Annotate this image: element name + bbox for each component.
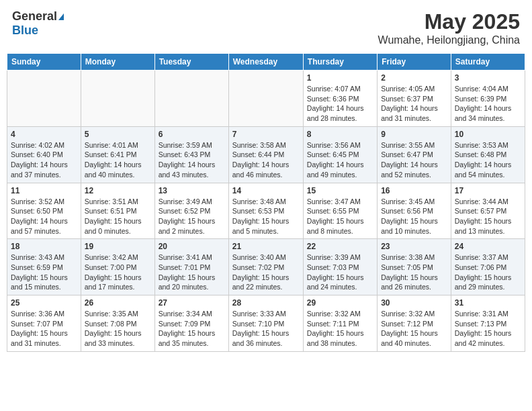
calendar-week-row: 1Sunrise: 4:07 AMSunset: 6:36 PMDaylight… bbox=[7, 71, 525, 127]
day-info: Sunrise: 3:39 AMSunset: 7:03 PMDaylight:… bbox=[307, 253, 373, 292]
day-info: Sunrise: 3:36 AMSunset: 7:07 PMDaylight:… bbox=[11, 309, 77, 349]
calendar-day-cell: 16Sunrise: 3:45 AMSunset: 6:56 PMDayligh… bbox=[378, 183, 451, 239]
day-info: Sunrise: 3:33 AMSunset: 7:10 PMDaylight:… bbox=[232, 309, 300, 349]
day-number: 12 bbox=[85, 186, 151, 195]
calendar-day-cell: 24Sunrise: 3:37 AMSunset: 7:06 PMDayligh… bbox=[451, 239, 525, 295]
calendar-day-cell: 12Sunrise: 3:51 AMSunset: 6:51 PMDayligh… bbox=[81, 183, 154, 239]
calendar-day-cell: 21Sunrise: 3:40 AMSunset: 7:02 PMDayligh… bbox=[228, 239, 303, 295]
day-info: Sunrise: 3:37 AMSunset: 7:06 PMDaylight:… bbox=[455, 253, 521, 292]
day-number: 5 bbox=[85, 130, 151, 139]
day-info: Sunrise: 3:45 AMSunset: 6:56 PMDaylight:… bbox=[381, 197, 447, 236]
day-number: 6 bbox=[159, 130, 225, 139]
calendar-week-row: 11Sunrise: 3:52 AMSunset: 6:50 PMDayligh… bbox=[7, 183, 525, 239]
day-info: Sunrise: 3:38 AMSunset: 7:05 PMDaylight:… bbox=[381, 253, 447, 292]
calendar-day-cell: 6Sunrise: 3:59 AMSunset: 6:43 PMDaylight… bbox=[154, 126, 228, 183]
day-info: Sunrise: 3:44 AMSunset: 6:57 PMDaylight:… bbox=[455, 197, 521, 236]
calendar-day-cell: 1Sunrise: 4:07 AMSunset: 6:36 PMDaylight… bbox=[303, 71, 377, 127]
title-area: May 2025 Wumahe, Heilongjiang, China bbox=[378, 9, 520, 46]
logo: General Blue bbox=[12, 9, 64, 38]
calendar-header-row: Sunday Monday Tuesday Wednesday Thursday… bbox=[7, 54, 525, 71]
day-number: 17 bbox=[455, 186, 521, 195]
col-friday: Friday bbox=[378, 54, 451, 71]
day-info: Sunrise: 3:58 AMSunset: 6:44 PMDaylight:… bbox=[232, 140, 300, 180]
day-number: 20 bbox=[159, 242, 225, 251]
day-number: 1 bbox=[307, 73, 373, 83]
day-info: Sunrise: 4:04 AMSunset: 6:39 PMDaylight:… bbox=[455, 84, 521, 124]
calendar-day-cell: 7Sunrise: 3:58 AMSunset: 6:44 PMDaylight… bbox=[228, 126, 303, 183]
logo-triangle-icon bbox=[58, 13, 64, 20]
day-number: 28 bbox=[232, 298, 300, 308]
calendar-day-cell: 18Sunrise: 3:43 AMSunset: 6:59 PMDayligh… bbox=[7, 239, 81, 295]
calendar-day-cell: 30Sunrise: 3:32 AMSunset: 7:12 PMDayligh… bbox=[378, 295, 451, 352]
calendar-day-cell: 25Sunrise: 3:36 AMSunset: 7:07 PMDayligh… bbox=[7, 295, 81, 352]
calendar-day-cell: 19Sunrise: 3:42 AMSunset: 7:00 PMDayligh… bbox=[81, 239, 154, 295]
day-number: 26 bbox=[85, 298, 151, 308]
calendar-day-cell: 14Sunrise: 3:48 AMSunset: 6:53 PMDayligh… bbox=[228, 183, 303, 239]
day-info: Sunrise: 4:01 AMSunset: 6:41 PMDaylight:… bbox=[85, 140, 151, 180]
day-number: 2 bbox=[381, 73, 447, 83]
day-number: 16 bbox=[381, 186, 447, 195]
day-number: 15 bbox=[307, 186, 373, 195]
day-info: Sunrise: 3:32 AMSunset: 7:11 PMDaylight:… bbox=[307, 309, 373, 349]
day-number: 22 bbox=[307, 242, 373, 251]
calendar-day-cell: 26Sunrise: 3:35 AMSunset: 7:08 PMDayligh… bbox=[81, 295, 154, 352]
day-info: Sunrise: 3:34 AMSunset: 7:09 PMDaylight:… bbox=[159, 309, 225, 349]
day-info: Sunrise: 3:52 AMSunset: 6:50 PMDaylight:… bbox=[11, 197, 77, 236]
col-saturday: Saturday bbox=[451, 54, 525, 71]
day-number: 30 bbox=[381, 298, 447, 308]
calendar-day-cell: 3Sunrise: 4:04 AMSunset: 6:39 PMDaylight… bbox=[451, 71, 525, 127]
col-thursday: Thursday bbox=[303, 54, 377, 71]
day-info: Sunrise: 3:31 AMSunset: 7:13 PMDaylight:… bbox=[455, 309, 521, 349]
calendar-week-row: 18Sunrise: 3:43 AMSunset: 6:59 PMDayligh… bbox=[7, 239, 525, 295]
logo-blue-text: Blue bbox=[12, 24, 38, 38]
calendar-day-cell: 13Sunrise: 3:49 AMSunset: 6:52 PMDayligh… bbox=[154, 183, 228, 239]
calendar-day-cell bbox=[154, 71, 228, 127]
logo-general-text: General bbox=[12, 9, 57, 24]
day-number: 14 bbox=[232, 186, 300, 195]
calendar-day-cell: 31Sunrise: 3:31 AMSunset: 7:13 PMDayligh… bbox=[451, 295, 525, 352]
calendar-day-cell bbox=[7, 71, 81, 127]
day-info: Sunrise: 3:43 AMSunset: 6:59 PMDaylight:… bbox=[11, 253, 77, 292]
col-sunday: Sunday bbox=[7, 54, 81, 71]
day-number: 7 bbox=[232, 130, 300, 139]
calendar-day-cell: 28Sunrise: 3:33 AMSunset: 7:10 PMDayligh… bbox=[228, 295, 303, 352]
day-info: Sunrise: 3:35 AMSunset: 7:08 PMDaylight:… bbox=[85, 309, 151, 349]
day-info: Sunrise: 3:51 AMSunset: 6:51 PMDaylight:… bbox=[85, 197, 151, 236]
calendar-day-cell: 10Sunrise: 3:53 AMSunset: 6:48 PMDayligh… bbox=[451, 126, 525, 183]
calendar-day-cell: 8Sunrise: 3:56 AMSunset: 6:45 PMDaylight… bbox=[303, 126, 377, 183]
calendar-table: Sunday Monday Tuesday Wednesday Thursday… bbox=[7, 53, 525, 352]
calendar-day-cell: 23Sunrise: 3:38 AMSunset: 7:05 PMDayligh… bbox=[378, 239, 451, 295]
day-info: Sunrise: 3:56 AMSunset: 6:45 PMDaylight:… bbox=[307, 140, 373, 180]
day-number: 11 bbox=[11, 186, 77, 195]
day-info: Sunrise: 4:02 AMSunset: 6:40 PMDaylight:… bbox=[11, 140, 77, 180]
calendar-day-cell: 20Sunrise: 3:41 AMSunset: 7:01 PMDayligh… bbox=[154, 239, 228, 295]
day-info: Sunrise: 3:40 AMSunset: 7:02 PMDaylight:… bbox=[232, 253, 300, 292]
day-number: 10 bbox=[455, 130, 521, 139]
day-info: Sunrise: 3:47 AMSunset: 6:55 PMDaylight:… bbox=[307, 197, 373, 236]
calendar-day-cell: 17Sunrise: 3:44 AMSunset: 6:57 PMDayligh… bbox=[451, 183, 525, 239]
calendar-day-cell: 9Sunrise: 3:55 AMSunset: 6:47 PMDaylight… bbox=[378, 126, 451, 183]
calendar-day-cell: 4Sunrise: 4:02 AMSunset: 6:40 PMDaylight… bbox=[7, 126, 81, 183]
day-info: Sunrise: 3:32 AMSunset: 7:12 PMDaylight:… bbox=[381, 309, 447, 349]
calendar-week-row: 4Sunrise: 4:02 AMSunset: 6:40 PMDaylight… bbox=[7, 126, 525, 183]
col-wednesday: Wednesday bbox=[228, 54, 303, 71]
day-number: 31 bbox=[455, 298, 521, 308]
day-number: 3 bbox=[455, 73, 521, 83]
day-info: Sunrise: 4:05 AMSunset: 6:37 PMDaylight:… bbox=[381, 84, 447, 124]
day-info: Sunrise: 3:42 AMSunset: 7:00 PMDaylight:… bbox=[85, 253, 151, 292]
day-number: 27 bbox=[159, 298, 225, 308]
day-number: 19 bbox=[85, 242, 151, 251]
day-info: Sunrise: 4:07 AMSunset: 6:36 PMDaylight:… bbox=[307, 84, 373, 124]
day-info: Sunrise: 3:49 AMSunset: 6:52 PMDaylight:… bbox=[159, 197, 225, 236]
day-number: 21 bbox=[232, 242, 300, 251]
calendar-day-cell: 5Sunrise: 4:01 AMSunset: 6:41 PMDaylight… bbox=[81, 126, 154, 183]
calendar-day-cell: 22Sunrise: 3:39 AMSunset: 7:03 PMDayligh… bbox=[303, 239, 377, 295]
calendar-day-cell bbox=[81, 71, 154, 127]
page-header: General Blue May 2025 Wumahe, Heilongjia… bbox=[7, 7, 525, 49]
day-number: 8 bbox=[307, 130, 373, 139]
day-number: 13 bbox=[159, 186, 225, 195]
calendar-day-cell bbox=[228, 71, 303, 127]
day-info: Sunrise: 3:48 AMSunset: 6:53 PMDaylight:… bbox=[232, 197, 300, 236]
day-number: 4 bbox=[11, 130, 77, 139]
calendar-day-cell: 11Sunrise: 3:52 AMSunset: 6:50 PMDayligh… bbox=[7, 183, 81, 239]
